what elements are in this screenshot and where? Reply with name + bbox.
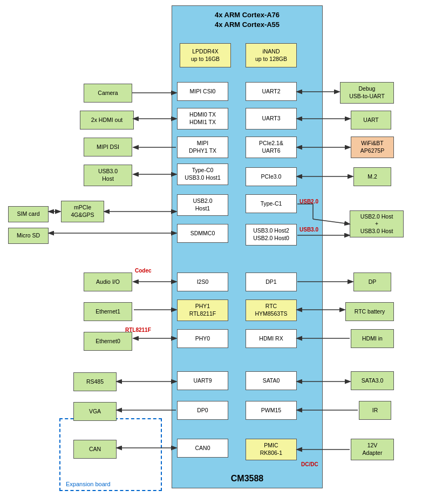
rtl8211f-label: RTL8211F	[125, 327, 151, 333]
memory-inand: iNANDup to 128GB	[246, 43, 297, 67]
left-vga: VGA	[73, 402, 117, 421]
usb30-label: USB3.0	[299, 227, 318, 233]
soc-left-i2s0: I2S0	[177, 273, 228, 291]
soc-left-phy1: PHY1RTL8211F	[177, 299, 228, 321]
soc-right-pmic: PMICRK806-1	[246, 439, 297, 460]
soc-left-phy0: PHY0	[177, 329, 228, 348]
soc-right-uart3: UART3	[246, 108, 297, 130]
left-audio_io: Audio I/O	[84, 273, 132, 291]
soc-right-uart2: UART2	[246, 82, 297, 101]
memory-lpddr4x: LPDDR4Xup to 16GB	[180, 43, 231, 67]
right-debug_uart: DebugUSB-to-UART	[340, 82, 394, 104]
soc-right-hdmi_rx_soc: HDMI RX	[246, 329, 297, 348]
soc-right-pcie_uart6: PCIe2.1&UART6	[246, 137, 297, 158]
left-mipi_dsi: MIPI DSI	[84, 138, 132, 156]
usb20-label: USB2.0	[299, 199, 318, 205]
left-hdmi_out: 2x HDMI out	[80, 111, 134, 130]
soc-right-pwm15: PWM15	[246, 401, 297, 420]
right-uart_ext: UART	[351, 111, 391, 130]
right-wifi_bt: WiFi&BTAP6275P	[351, 137, 394, 158]
soc-title: 4x ARM Cortex-A76 4x ARM Cortex-A55	[172, 6, 322, 32]
soc-right-usb_host2: USB3.0 Host2USB2.0 Host0	[246, 224, 297, 246]
right-dp_ext: DP	[353, 273, 391, 291]
expansion-label: Expansion board	[66, 481, 111, 487]
soc-left-sdmmc0: SDMMC0	[177, 224, 228, 243]
left-mpcie: mPCIe4G&GPS	[61, 201, 104, 222]
codec-label: Codec	[135, 268, 152, 274]
soc-left-uart9: UART9	[177, 371, 228, 390]
soc-left-can0: CAN0	[177, 439, 228, 458]
soc-left-mipi_dphy: MIPIDPHY1 TX	[177, 137, 228, 158]
dcdc-label: DC/DC	[301, 461, 318, 467]
soc-right-pcie30: PCIe3.0	[246, 167, 297, 186]
soc-left-typec0: Type-C0USB3.0 Host1	[177, 164, 228, 185]
soc-bottom-label: CM3588	[172, 474, 322, 483]
right-adapter_12v: 12VAdapter	[351, 439, 394, 460]
soc-left-dp0: DP0	[177, 401, 228, 420]
soc-left-hdmi_tx: HDMI0 TXHDMI1 TX	[177, 108, 228, 130]
soc-left-usb20_host1: USB2.0Host1	[177, 194, 228, 216]
left-can: CAN	[73, 440, 117, 459]
right-ir: IR	[359, 401, 391, 420]
soc-right-sata0: SATA0	[246, 371, 297, 390]
left-rs485: RS485	[73, 372, 117, 391]
right-usb_combo: USB2.0 Host+USB3.0 Host	[350, 210, 404, 237]
left-camera: Camera	[84, 84, 132, 103]
soc-right-rtc: RTCHYM8563TS	[246, 299, 297, 321]
right-rtc_battery: RTC battery	[345, 302, 394, 321]
soc-left-mipi_csi0: MIPI CSI0	[177, 82, 228, 101]
right-sata30: SATA3.0	[351, 371, 394, 390]
right-hdmi_in: HDMI in	[351, 329, 394, 348]
left-usb30_host: USB3.0Host	[84, 165, 132, 186]
right-m2: M.2	[353, 167, 391, 186]
soc-right-dp1: DP1	[246, 273, 297, 291]
left-ethernet1: Ethernet1	[84, 302, 132, 321]
left-micro_sd: Micro SD	[8, 228, 49, 244]
soc-right-typec1: Type-C1	[246, 194, 297, 213]
left-ethernet0: Ethernet0	[84, 332, 132, 351]
diagram-container: 4x ARM Cortex-A76 4x ARM Cortex-A55 CM35…	[0, 0, 429, 504]
left-sim_card: SIM card	[8, 206, 49, 222]
